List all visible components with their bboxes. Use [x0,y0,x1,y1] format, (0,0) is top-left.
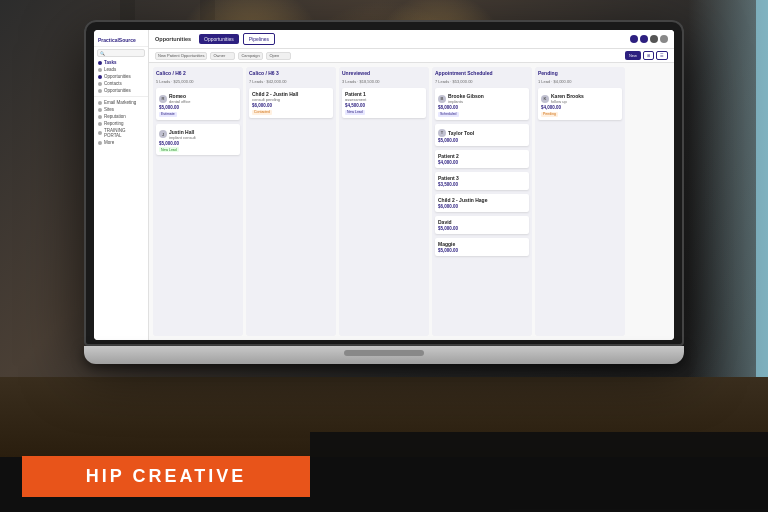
avatar-row: K Karen Brooks follow up [541,93,619,104]
settings-icon[interactable] [650,35,658,43]
col-header-5: Pending [538,70,622,76]
avatar: J [159,130,167,138]
avatar: R [159,95,167,103]
sidebar-item-sites[interactable]: Sites [94,106,148,113]
sidebar-item-reputation[interactable]: Reputation [94,113,148,120]
deal-name: Justin Hall [169,129,196,135]
tab-opportunities[interactable]: Opportunities [199,34,239,44]
list-view-button[interactable]: ☰ [656,51,668,60]
dot-icon [98,68,102,72]
deal-amount: $8,000.00 [438,105,526,110]
deal-amount: $3,500.00 [438,182,526,187]
deal-card[interactable]: Patient 2 $4,000.00 [435,150,529,168]
deal-card[interactable]: Patient 3 $3,500.00 [435,172,529,190]
laptop: PracticalSource 🔍 Tasks Leads [84,20,684,364]
col-stats-2: 7 Leads · $42,000.00 [249,79,333,84]
dot-icon [98,82,102,86]
sidebar-item-opportunities[interactable]: Opportunities [94,73,148,80]
deal-name: Child 2 - Justin Hage [438,197,526,203]
sidebar-item-contacts[interactable]: Contacts [94,80,148,87]
deal-card[interactable]: B Brooke Gibson implants $8,000.00 Sched… [435,88,529,120]
deal-sub: implant consult [169,135,196,140]
col-stats-5: 1 Lead · $4,000.00 [538,79,622,84]
sidebar-item-tasks[interactable]: Tasks [94,59,148,66]
col-header-2: Calico / H6 3 [249,70,333,76]
crm-subheader: New Patient Opportunities Owner Campaign… [149,49,674,63]
avatar-row: B Brooke Gibson implants [438,93,526,104]
deal-amount: $5,000.00 [438,138,526,143]
deal-sub: assessment [345,97,423,102]
laptop-screen: PracticalSource 🔍 Tasks Leads [94,30,674,340]
deal-tag: Pending [541,112,558,117]
filter-new-patient[interactable]: New Patient Opportunities [155,52,207,60]
deal-card[interactable]: David $5,000.00 [435,216,529,234]
deal-name: Patient 3 [438,175,526,181]
right-accent [756,0,768,384]
deal-name: David [438,219,526,225]
deal-amount: $5,000.00 [159,105,237,110]
crm-main-content: Opportunities Opportunities Pipelines [149,30,674,340]
avatar: K [541,95,549,103]
grid-view-button[interactable]: ⊞ [643,51,654,60]
avatar-row: T Taylor Tool [438,129,526,137]
deal-amount: $4,000.00 [541,105,619,110]
deal-tag: New Lead [345,110,365,115]
sidebar-item-reporting[interactable]: Reporting [94,120,148,127]
col-header-3: Unreviewed [342,70,426,76]
col-stats-4: 7 Leads · $53,000.00 [435,79,529,84]
deal-amount: $6,000.00 [252,103,330,108]
dot-icon [98,131,102,135]
bottom-left-section: HIP CREATIVE [0,432,310,512]
toolbar-actions: New ⊞ ☰ [625,51,668,60]
deal-card[interactable]: J Justin Hall implant consult $5,000.00 … [156,124,240,156]
dot-icon [98,61,102,65]
sidebar-item-email[interactable]: Email Marketing [94,99,148,106]
dot-icon [98,122,102,126]
col-header-1: Calico / H6 2 [156,70,240,76]
dot-icon [98,101,102,105]
col-header-4: Appointment Scheduled [435,70,529,76]
page-title: Opportunities [155,36,191,42]
deal-card[interactable]: Child 2 - Justin Hage $6,000.00 [435,194,529,212]
divider [94,96,148,97]
deal-sub: dental office [169,99,191,104]
dot-icon [98,89,102,93]
sidebar-item-leads[interactable]: Leads [94,66,148,73]
deal-card[interactable]: R Romeo dental office $5,000.00 Estimate [156,88,240,120]
deal-card[interactable]: T Taylor Tool $5,000.00 [435,124,529,146]
dot-icon [98,115,102,119]
notif-icon[interactable] [630,35,638,43]
deal-card[interactable]: Patient 1 assessment $4,500.00 New Lead [342,88,426,118]
filter-open[interactable]: Open [266,52,291,60]
deal-tag: New Lead [159,147,179,152]
avatar-row: R Romeo dental office [159,93,237,104]
help-icon[interactable] [660,35,668,43]
header-icons-group [630,35,668,43]
col-stats-3: 3 Leads · $18,500.00 [342,79,426,84]
pipeline-col-2: Calico / H6 3 7 Leads · $42,000.00 Child… [246,67,336,336]
crm-app: PracticalSource 🔍 Tasks Leads [94,30,674,340]
tab-pipelines[interactable]: Pipelines [243,33,275,45]
deal-card[interactable]: Child 2 - Justin Hall consult pending $6… [249,88,333,118]
dot-icon [98,75,102,79]
filter-owner[interactable]: Owner [210,52,235,60]
deal-name: Patient 2 [438,153,526,159]
new-button[interactable]: New [625,51,641,60]
crm-header: Opportunities Opportunities Pipelines [149,30,674,49]
pipeline-area: Calico / H6 2 5 Leads · $25,000.00 R Rom… [149,63,674,340]
user-icon[interactable] [640,35,648,43]
sidebar-item-training[interactable]: TRAINING PORTAL [94,127,148,139]
filter-campaign[interactable]: Campaign [238,52,263,60]
deal-sub: follow up [551,99,584,104]
badge-text: HIP CREATIVE [86,466,246,487]
deal-card[interactable]: K Karen Brooks follow up $4,000.00 Pendi… [538,88,622,120]
sidebar-search[interactable]: 🔍 [97,49,145,57]
deal-tag: Contacted [252,110,272,115]
deal-amount: $5,000.00 [438,248,526,253]
deal-card[interactable]: Maggie $5,000.00 [435,238,529,256]
crm-logo: PracticalSource [94,34,148,47]
sidebar-item-opportunities2[interactable]: Opportunities [94,87,148,94]
deal-tag: Scheduled [438,112,459,117]
sidebar-item-more[interactable]: More [94,139,148,146]
deal-sub: implants [448,99,484,104]
